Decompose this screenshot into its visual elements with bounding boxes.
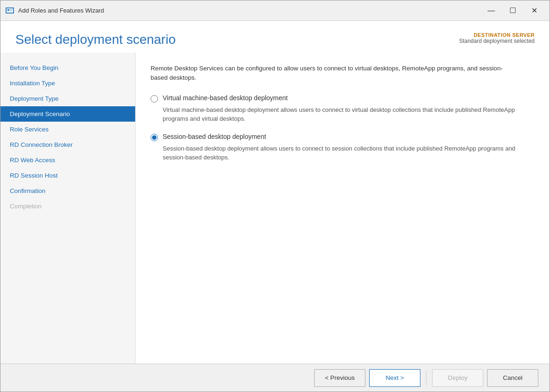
radio-desc-session-based: Session-based desktop deployment allows … <box>163 144 517 162</box>
footer: < Previous Next > Deploy Cancel <box>0 364 550 392</box>
window-controls: — ☐ ✕ <box>481 4 545 18</box>
next-button[interactable]: Next > <box>369 369 420 387</box>
option-session-based: Session-based desktop deployment Session… <box>151 133 535 162</box>
sidebar-item-rd-web-access[interactable]: RD Web Access <box>0 152 135 168</box>
radio-row-session: Session-based desktop deployment <box>151 133 535 141</box>
sidebar-item-before-you-begin[interactable]: Before You Begin <box>0 60 135 76</box>
destination-value: Standard deployment selected <box>459 38 535 44</box>
sidebar-item-deployment-type[interactable]: Deployment Type <box>0 91 135 106</box>
sidebar-item-confirmation[interactable]: Confirmation <box>0 183 135 199</box>
intro-text: Remote Desktop Services can be configure… <box>151 64 514 83</box>
footer-separator <box>426 371 426 385</box>
sidebar-item-role-services[interactable]: Role Services <box>0 122 135 137</box>
sidebar-item-rd-connection-broker[interactable]: RD Connection Broker <box>0 137 135 152</box>
main-content: Remote Desktop Services can be configure… <box>136 53 550 364</box>
destination-label: DESTINATION SERVER <box>459 32 535 38</box>
sidebar-item-completion: Completion <box>0 199 135 214</box>
sidebar: Before You Begin Installation Type Deplo… <box>0 53 136 364</box>
radio-vm-based[interactable] <box>151 95 158 103</box>
page-title: Select deployment scenario <box>15 32 176 47</box>
destination-server: DESTINATION SERVER Standard deployment s… <box>459 32 535 44</box>
top-bar: Select deployment scenario DESTINATION S… <box>0 21 550 53</box>
close-button[interactable]: ✕ <box>523 4 545 18</box>
radio-session-based[interactable] <box>151 134 158 141</box>
cancel-button[interactable]: Cancel <box>487 369 538 387</box>
svg-rect-4 <box>10 10 12 11</box>
deploy-button[interactable]: Deploy <box>432 369 483 387</box>
maximize-button[interactable]: ☐ <box>502 4 523 18</box>
minimize-button[interactable]: — <box>481 4 502 18</box>
svg-rect-2 <box>7 9 9 11</box>
window-title: Add Roles and Features Wizard <box>18 7 481 14</box>
titlebar: Add Roles and Features Wizard — ☐ ✕ <box>0 0 550 21</box>
sidebar-item-deployment-scenario[interactable]: Deployment Scenario <box>0 106 135 122</box>
previous-button[interactable]: < Previous <box>314 369 365 387</box>
app-icon <box>5 6 14 15</box>
radio-label-session-based[interactable]: Session-based desktop deployment <box>163 133 266 140</box>
sidebar-item-rd-session-host[interactable]: RD Session Host <box>0 168 135 183</box>
wizard-window: Add Roles and Features Wizard — ☐ ✕ Sele… <box>0 0 550 392</box>
radio-label-vm-based[interactable]: Virtual machine-based desktop deployment <box>163 94 288 102</box>
window-body: Select deployment scenario DESTINATION S… <box>0 21 550 364</box>
sidebar-item-installation-type[interactable]: Installation Type <box>0 76 135 91</box>
svg-rect-3 <box>10 9 12 10</box>
radio-desc-vm-based: Virtual machine-based desktop deployment… <box>163 105 517 124</box>
option-vm-based: Virtual machine-based desktop deployment… <box>151 94 535 124</box>
radio-row-vm: Virtual machine-based desktop deployment <box>151 94 535 103</box>
main-layout: Before You Begin Installation Type Deplo… <box>0 53 550 364</box>
